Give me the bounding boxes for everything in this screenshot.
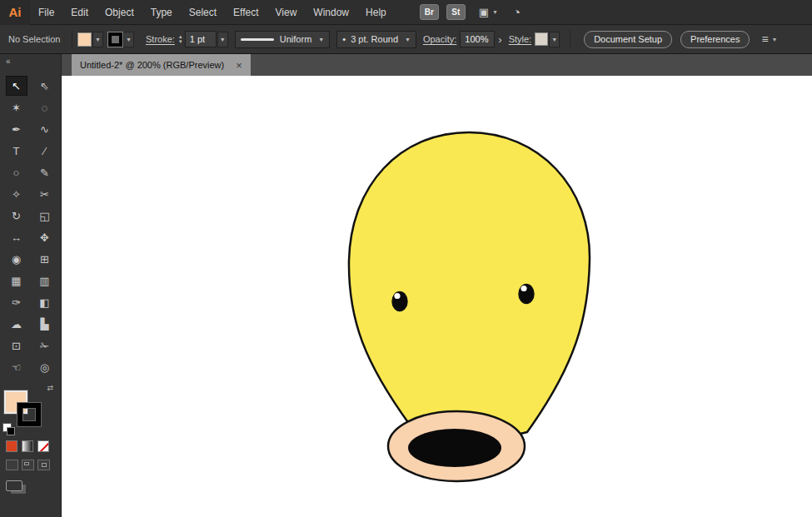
brush-dropdown[interactable]: • 3 pt. Round ▼ — [336, 31, 416, 48]
menu-edit[interactable]: Edit — [62, 0, 97, 25]
menu-window[interactable]: Window — [305, 0, 357, 25]
paintbrush-tool-icon: ✎ — [40, 167, 49, 179]
chevron-down-icon[interactable]: ▼ — [772, 37, 778, 42]
style-swatch[interactable] — [535, 32, 548, 46]
mesh-tool[interactable]: ▦ — [6, 271, 27, 291]
menu-object[interactable]: Object — [97, 0, 142, 25]
menu-type[interactable]: Type — [142, 0, 181, 25]
shape-builder-tool[interactable]: ◉ — [6, 249, 27, 269]
control-bar: No Selection ▼ ▼ Stroke: ▲ ▼ ▼ Uniform ▼… — [0, 25, 812, 54]
workspace-icon[interactable]: ▣ — [479, 6, 489, 18]
chevron-right-icon[interactable]: › — [498, 33, 501, 46]
selection-tool[interactable]: ↖ — [6, 76, 27, 96]
close-icon[interactable]: × — [236, 60, 242, 71]
character-right-eye-highlight — [521, 286, 526, 291]
performance-gauge-icon[interactable]: ◔ — [513, 5, 521, 19]
chevron-down-icon[interactable]: ▼ — [123, 32, 134, 47]
none-button[interactable] — [37, 440, 49, 452]
type-tool[interactable]: T — [6, 141, 27, 161]
document-title: Untitled-2* @ 200% (RGB/Preview) — [80, 60, 224, 70]
artboard-tool[interactable]: ⊡ — [6, 336, 27, 355]
eyedropper-tool[interactable]: ✑ — [6, 292, 27, 312]
ellipse-tool-icon: ○ — [13, 167, 20, 179]
width-tool[interactable]: ↔ — [6, 227, 27, 247]
free-transform-tool[interactable]: ✥ — [34, 227, 56, 247]
character-head-shape[interactable] — [349, 132, 590, 440]
zoom-tool-icon: ◎ — [40, 361, 49, 374]
bridge-button[interactable]: Br — [420, 4, 439, 20]
swap-colors-icon[interactable]: ⇄ — [47, 384, 53, 392]
default-colors-icon[interactable] — [2, 423, 12, 432]
pen-tool[interactable]: ✒ — [6, 119, 27, 139]
ellipse-tool[interactable]: ○ — [6, 162, 27, 182]
symbol-sprayer-tool[interactable]: ☁ — [6, 314, 27, 334]
gradient-tool-icon: ▥ — [39, 275, 49, 287]
chevron-down-icon[interactable]: ▼ — [549, 32, 560, 47]
magic-wand-tool[interactable]: ✶ — [6, 97, 27, 117]
selection-status: No Selection — [8, 34, 67, 44]
document-tab[interactable]: Untitled-2* @ 200% (RGB/Preview) × — [72, 54, 251, 76]
magic-wand-tool-icon: ✶ — [12, 102, 21, 114]
scissors-tool[interactable]: ✂ — [34, 184, 56, 204]
artwork-canvas[interactable] — [62, 76, 812, 517]
color-button[interactable] — [6, 440, 17, 452]
menu-select[interactable]: Select — [181, 0, 225, 25]
direct-selection-tool[interactable]: ⇖ — [34, 76, 56, 96]
stepper-down-icon[interactable]: ▼ — [178, 39, 183, 44]
chevron-down-icon[interactable]: ▼ — [492, 9, 498, 15]
menu-file[interactable]: File — [30, 0, 62, 25]
perspective-grid-tool[interactable]: ⊞ — [34, 249, 56, 269]
chevron-down-icon[interactable]: ▼ — [217, 32, 228, 47]
divider — [570, 30, 570, 48]
direct-selection-tool-icon: ⇖ — [40, 80, 49, 92]
menu-help[interactable]: Help — [357, 0, 395, 25]
hand-tool[interactable]: ☜ — [6, 357, 27, 377]
paintbrush-tool[interactable]: ✎ — [34, 162, 56, 182]
gradient-button[interactable] — [22, 440, 33, 452]
draw-behind-button[interactable] — [22, 460, 34, 470]
stock-button[interactable]: St — [446, 4, 466, 20]
draw-normal-button[interactable] — [6, 460, 18, 470]
stroke-profile-dropdown[interactable]: Uniform ▼ — [235, 31, 330, 48]
style-label[interactable]: Style: — [509, 34, 532, 44]
menu-effect[interactable]: Effect — [225, 0, 267, 25]
column-graph-tool[interactable]: ▙ — [34, 314, 56, 334]
stroke-label[interactable]: Stroke: — [146, 34, 175, 44]
menu-view[interactable]: View — [267, 0, 306, 25]
rotate-tool[interactable]: ↻ — [6, 206, 27, 226]
fill-stroke-swatches: ⇄ — [0, 384, 61, 432]
preferences-button[interactable]: Preferences — [680, 31, 750, 48]
character-mouth-shape[interactable] — [408, 429, 501, 467]
align-icon[interactable]: ≡ — [761, 32, 768, 46]
line-segment-tool[interactable]: ∕ — [34, 141, 56, 161]
divider — [72, 30, 72, 48]
stroke-weight-field: ▼ — [185, 31, 228, 47]
lasso-tool[interactable]: ◌ — [34, 97, 56, 117]
zoom-tool[interactable]: ◎ — [34, 357, 56, 377]
opacity-label[interactable]: Opacity: — [423, 34, 456, 44]
stroke-swatch[interactable] — [17, 403, 41, 426]
lasso-tool-icon: ◌ — [42, 102, 48, 114]
draw-inside-button[interactable] — [37, 460, 50, 470]
fill-color-dropdown[interactable]: ▼ — [77, 32, 103, 47]
chevron-down-icon[interactable]: ▼ — [92, 32, 103, 47]
collapse-panel-icon[interactable]: « — [0, 54, 61, 71]
scale-tool[interactable]: ◱ — [34, 206, 56, 226]
type-tool-icon: T — [13, 145, 20, 157]
stroke-weight-stepper[interactable]: ▲ ▼ — [178, 34, 183, 44]
gradient-tool[interactable]: ▥ — [34, 271, 56, 291]
blend-tool[interactable]: ◧ — [34, 292, 56, 312]
stroke-color-swatch[interactable] — [108, 32, 122, 47]
slice-tool[interactable]: ✁ — [34, 336, 56, 355]
shaper-tool[interactable]: ✧ — [6, 184, 27, 204]
stroke-color-dropdown[interactable]: ▼ — [108, 32, 134, 47]
artboard[interactable] — [62, 76, 812, 517]
stroke-weight-input[interactable] — [185, 31, 217, 47]
fill-color-swatch[interactable] — [77, 32, 92, 47]
style-dropdown[interactable]: ▼ — [535, 32, 560, 47]
brush-dot-icon: • — [342, 34, 346, 44]
screen-mode-button[interactable] — [6, 480, 22, 491]
curvature-tool[interactable]: ∿ — [34, 119, 56, 139]
document-setup-button[interactable]: Document Setup — [584, 31, 672, 48]
opacity-input[interactable] — [460, 31, 495, 47]
